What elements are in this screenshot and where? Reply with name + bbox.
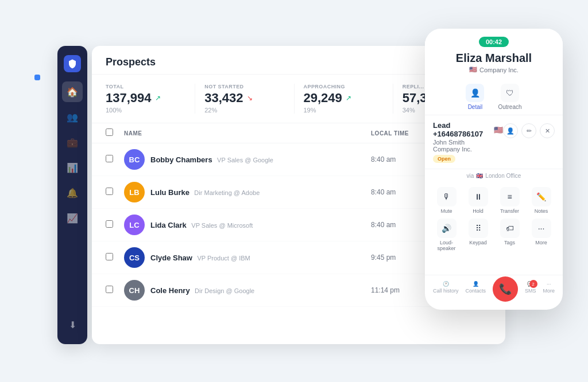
avatar: BC bbox=[124, 149, 145, 170]
row-name: Lulu Burke bbox=[150, 188, 189, 197]
stat-total-percent: 100% bbox=[106, 107, 185, 114]
detail-icon: 👤 bbox=[466, 84, 484, 102]
checkbox-row-2[interactable] bbox=[106, 220, 113, 228]
ctrl-notes[interactable]: ✏️ Notes bbox=[528, 187, 555, 214]
contacts-label: Contacts bbox=[465, 288, 486, 294]
ctrl-tags[interactable]: 🏷 Tags bbox=[496, 219, 523, 251]
row-info: Bobby Chambers VP Sales @ Google bbox=[150, 154, 371, 165]
tab-outreach[interactable]: 🛡 Outreach bbox=[498, 84, 521, 110]
avatar: LB bbox=[124, 182, 145, 202]
nav-more[interactable]: ··· More bbox=[543, 281, 555, 302]
lead-edit-btn[interactable]: ✏ bbox=[521, 123, 536, 138]
phone-bottom-nav: 🕐 Call history 👤 Contacts 📞 💬 2 SMS ··· … bbox=[425, 275, 563, 310]
company-name: Company Inc. bbox=[479, 67, 519, 73]
phone-tabs: 👤 Detail 🛡 Outreach bbox=[425, 79, 563, 115]
sidebar-item-alerts[interactable]: 🔔 bbox=[62, 182, 83, 203]
row-name: Cole Henry bbox=[150, 286, 190, 295]
decorative-dot-tl bbox=[34, 75, 40, 80]
sidebar-item-cases[interactable]: 💼 bbox=[62, 132, 83, 153]
checkbox-row-0[interactable] bbox=[106, 155, 113, 162]
more-icon: ··· bbox=[532, 219, 551, 238]
row-time: 9:45 pm bbox=[371, 254, 428, 262]
ctrl-transfer[interactable]: ≡ Transfer bbox=[496, 187, 523, 214]
row-role: Dir Marketing @ Adobe bbox=[194, 189, 260, 196]
stat-app-percent: 19% bbox=[304, 107, 384, 114]
avatar: CS bbox=[124, 247, 145, 268]
phone-lead-info: Lead +16468786107 🇺🇸 John Smith Company … bbox=[425, 115, 563, 169]
notes-label: Notes bbox=[535, 208, 548, 214]
row-checkbox[interactable] bbox=[106, 154, 124, 165]
lead-avatar: 👤 bbox=[503, 123, 518, 138]
stat-total-value: 137,994 bbox=[106, 91, 152, 106]
tab-detail-label: Detail bbox=[468, 104, 483, 110]
ctrl-mute[interactable]: 🎙 Mute bbox=[433, 187, 460, 214]
ctrl-speaker[interactable]: 🔊 Loud-speaker bbox=[433, 219, 460, 251]
row-role: VP Sales @ Microsoft bbox=[191, 222, 253, 229]
checkbox-all[interactable] bbox=[106, 128, 113, 136]
sidebar: 🏠 👥 💼 📊 🔔 📈 ⬇ bbox=[57, 46, 87, 344]
select-all-checkbox[interactable] bbox=[106, 128, 124, 138]
main-wrapper: 🏠 👥 💼 📊 🔔 📈 ⬇ Prospects TOTAL 137,994 ↗ … bbox=[57, 46, 505, 344]
nav-more-label: More bbox=[543, 288, 555, 294]
checkbox-row-1[interactable] bbox=[106, 188, 113, 195]
sidebar-item-reports[interactable]: 📈 bbox=[62, 208, 83, 228]
nav-hangup-button[interactable]: 📞 bbox=[493, 276, 518, 302]
lead-status-badge: Open bbox=[433, 155, 455, 163]
mute-label: Mute bbox=[440, 208, 452, 214]
row-checkbox[interactable] bbox=[106, 252, 124, 263]
row-time: 8:40 am bbox=[371, 221, 428, 229]
stat-approaching: APPROACHING 29,249 ↗ 19% bbox=[294, 84, 393, 114]
transfer-icon: ≡ bbox=[500, 187, 520, 206]
lead-company: Company Inc. bbox=[433, 146, 503, 153]
phone-via: via 🇬🇧 London Office bbox=[425, 169, 563, 182]
sidebar-item-team[interactable]: 👥 bbox=[62, 107, 83, 127]
hold-icon: ⏸ bbox=[469, 187, 488, 206]
tags-icon: 🏷 bbox=[500, 219, 520, 238]
flag-icon: 🇺🇸 bbox=[469, 66, 477, 73]
avatar: LC bbox=[124, 215, 145, 235]
ctrl-keypad[interactable]: ⠿ Keypad bbox=[465, 219, 492, 251]
caller-company: 🇺🇸 Company Inc. bbox=[469, 66, 519, 73]
office-label: London Office bbox=[485, 173, 521, 179]
keypad-icon: ⠿ bbox=[469, 219, 488, 238]
phone-overlay: 00:42 Eliza Marshall 🇺🇸 Company Inc. 👤 D… bbox=[425, 29, 563, 310]
checkbox-row-4[interactable] bbox=[106, 286, 113, 293]
tab-detail[interactable]: 👤 Detail bbox=[466, 84, 484, 110]
sidebar-item-analytics[interactable]: 📊 bbox=[62, 157, 83, 178]
call-history-label: Call history bbox=[433, 288, 459, 294]
sidebar-item-download[interactable]: ⬇ bbox=[62, 314, 83, 335]
transfer-label: Transfer bbox=[500, 208, 519, 214]
row-time: 8:40 am bbox=[371, 155, 428, 163]
row-info: Clyde Shaw VP Product @ IBM bbox=[150, 252, 371, 263]
lead-actions: 👤 ✏ ✕ bbox=[503, 123, 555, 138]
stat-app-label: APPROACHING bbox=[304, 84, 384, 89]
hold-label: Hold bbox=[473, 208, 483, 214]
outreach-icon: 🛡 bbox=[501, 84, 519, 102]
lead-close-btn[interactable]: ✕ bbox=[540, 123, 555, 138]
checkbox-row-3[interactable] bbox=[106, 253, 113, 260]
tags-label: Tags bbox=[504, 240, 515, 245]
row-name: Bobby Chambers bbox=[150, 155, 212, 164]
row-checkbox[interactable] bbox=[106, 285, 124, 295]
nav-call-history[interactable]: 🕐 Call history bbox=[433, 281, 459, 302]
avatar: CH bbox=[124, 280, 145, 301]
row-checkbox[interactable] bbox=[106, 187, 124, 197]
row-info: Lulu Burke Dir Marketing @ Adobe bbox=[150, 187, 371, 197]
ctrl-hold[interactable]: ⏸ Hold bbox=[465, 187, 492, 214]
nav-sms[interactable]: 💬 2 SMS bbox=[525, 281, 536, 302]
keypad-label: Keypad bbox=[469, 240, 487, 245]
phone-controls-row1: 🎙 Mute ⏸ Hold ≡ Transfer ✏️ Notes bbox=[425, 182, 563, 219]
row-time: 11:14 pm bbox=[371, 286, 428, 294]
ctrl-more[interactable]: ··· More bbox=[528, 219, 555, 251]
sidebar-item-home[interactable]: 🏠 bbox=[62, 81, 83, 102]
phone-header: 00:42 Eliza Marshall 🇺🇸 Company Inc. bbox=[425, 29, 563, 79]
uk-flag-icon: 🇬🇧 bbox=[476, 173, 483, 179]
row-info: Lida Clark VP Sales @ Microsoft bbox=[150, 220, 371, 230]
speaker-label: Loud-speaker bbox=[433, 240, 460, 251]
nav-contacts[interactable]: 👤 Contacts bbox=[465, 281, 486, 302]
stat-ns-trend: ↘ bbox=[247, 94, 253, 102]
row-checkbox[interactable] bbox=[106, 220, 124, 230]
lead-number: Lead +16468786107 🇺🇸 bbox=[433, 121, 503, 138]
row-name: Lida Clark bbox=[150, 221, 187, 229]
call-history-icon: 🕐 bbox=[443, 281, 449, 287]
